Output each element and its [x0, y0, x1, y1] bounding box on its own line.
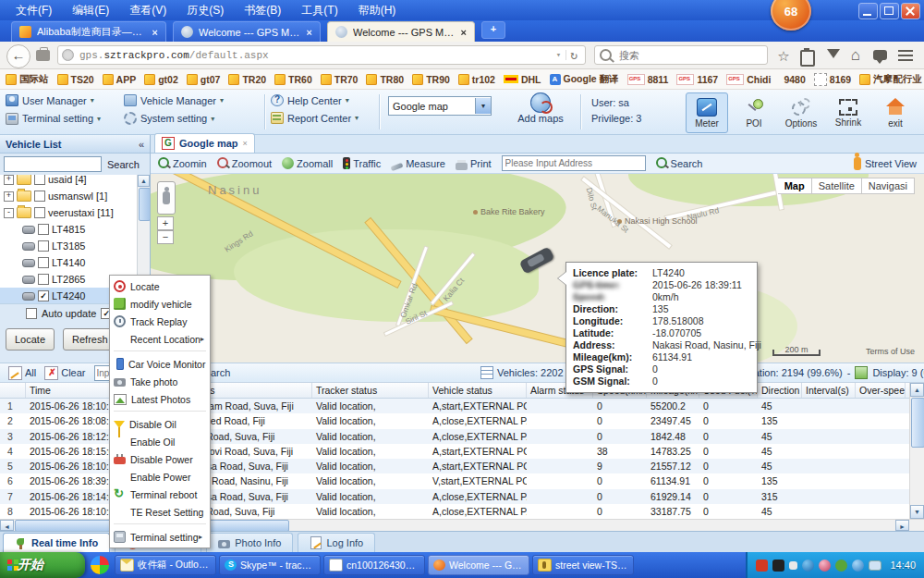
vehicle-checkbox[interactable]	[34, 175, 45, 185]
info-tab[interactable]: Log Info	[298, 533, 375, 552]
toolbar-action-button[interactable]: exit	[874, 92, 917, 133]
report-center-menu[interactable]: Report Center▾	[271, 112, 359, 124]
bookmark-star-icon[interactable]: ☆	[774, 48, 793, 65]
new-tab-button[interactable]: +	[481, 21, 505, 39]
vehicle-checkbox[interactable]	[38, 257, 49, 268]
tree-item[interactable]: - veerustaxi [11]	[0, 204, 150, 221]
context-menu-item[interactable]: TE Reset Setting	[110, 503, 210, 521]
home-icon[interactable]: ⌂	[846, 46, 865, 65]
map-terms-link[interactable]: Terms of Use	[866, 347, 915, 356]
table-header-cell[interactable]: Tracker status	[312, 383, 429, 398]
menu-item[interactable]: 历史(S)	[176, 1, 234, 20]
hamburger-menu-icon[interactable]	[898, 50, 913, 52]
bookmark-item[interactable]: 国际站	[6, 73, 49, 86]
taskbar-task-button[interactable]: street view-TS20...	[532, 555, 634, 575]
vehicle-checkbox[interactable]	[38, 224, 49, 235]
scroll-right-icon[interactable]: ►	[895, 520, 909, 531]
bookmark-item[interactable]: 8169	[814, 73, 851, 86]
map-type-button[interactable]: Satellite	[812, 178, 862, 194]
scroll-down-icon[interactable]: ▼	[910, 505, 924, 519]
minimize-button[interactable]	[858, 3, 878, 19]
tray-app-icon[interactable]	[756, 560, 768, 572]
context-menu-item[interactable]: Enable Power	[110, 468, 210, 486]
info-tab[interactable]: Real time Info	[3, 533, 110, 552]
bookmark-item[interactable]: Google 翻译	[550, 73, 619, 86]
start-button[interactable]: 开始	[0, 552, 85, 578]
downloads-icon[interactable]	[827, 49, 840, 58]
toolbar-action-button[interactable]: POI	[733, 92, 775, 133]
auto-update-checkbox[interactable]	[26, 308, 37, 319]
taskbar-task-button[interactable]: cn1001264309-Tra...	[323, 555, 425, 575]
table-header-cell[interactable]: Direction	[758, 383, 802, 398]
terminal-setting-menu[interactable]: Terminal setting▾	[6, 112, 124, 125]
scroll-left-icon[interactable]: ◄	[0, 520, 14, 531]
context-menu-item[interactable]: Track Replay	[110, 313, 210, 330]
tree-item-label[interactable]: veerustaxi [11]	[48, 207, 114, 218]
add-maps-button[interactable]: Add maps	[513, 92, 568, 124]
table-header-cell[interactable]: Interval(s)	[802, 383, 856, 398]
address-bar[interactable]: gps.sztrackpro.com/default.aspx ▾ ↻	[57, 45, 586, 65]
bookmark-item[interactable]: 汽摩配行业	[859, 73, 922, 86]
vehicle-checkbox[interactable]	[38, 240, 49, 252]
table-header-cell[interactable]	[0, 383, 26, 398]
bookmark-item[interactable]: TR70	[321, 74, 359, 85]
vehicle-search-input[interactable]	[4, 156, 102, 172]
map-tool-button[interactable]: Zoomout	[217, 157, 272, 169]
select-arrow-icon[interactable]: ▾	[475, 98, 491, 114]
scroll-up-icon[interactable]: ▲	[910, 383, 924, 397]
tab-close-icon[interactable]: ×	[152, 27, 158, 38]
tree-item-label[interactable]: usmanswl [1]	[48, 191, 107, 202]
context-menu-item[interactable]: Disable Oil	[110, 415, 210, 433]
google-map-tab[interactable]: G Google map ×	[154, 133, 255, 153]
table-vertical-scrollbar[interactable]: ▲ ▼	[909, 383, 924, 519]
street-view-button[interactable]: Street View	[854, 157, 917, 170]
bookmark-item[interactable]: 8811	[627, 74, 669, 85]
bookmark-item[interactable]: 1167	[676, 74, 718, 85]
browser-tab[interactable]: Alibaba制造商目录——供… ×	[11, 21, 166, 42]
taskbar-task-button[interactable]: 收件箱 - Outlook ..	[115, 555, 216, 575]
vehicle-checkbox[interactable]	[38, 274, 49, 285]
context-menu-item[interactable]: Terminal reboot	[110, 486, 210, 503]
tree-item-label[interactable]: LT4240	[52, 290, 86, 301]
map-search-button[interactable]: Search	[656, 157, 703, 169]
tree-item[interactable]: + usmanswl [1]	[0, 188, 150, 204]
context-menu-item[interactable]: Enable Oil	[110, 433, 210, 450]
clipboard-icon[interactable]	[800, 50, 815, 67]
browser-search-box[interactable]	[594, 45, 768, 65]
tree-item-label[interactable]: LT4815	[52, 224, 86, 235]
menu-item[interactable]: 书签(B)	[234, 1, 291, 20]
close-button[interactable]	[901, 3, 920, 19]
map-tool-button[interactable]: Zoomall	[282, 157, 333, 169]
tree-item-label[interactable]: usaid [4]	[48, 175, 87, 185]
bookmark-item[interactable]: APP	[103, 74, 137, 85]
system-setting-menu[interactable]: System setting▾	[124, 112, 262, 125]
tray-messenger-icon[interactable]	[819, 560, 831, 572]
tab-close-icon[interactable]: ×	[307, 27, 312, 38]
context-menu-item[interactable]: Locate	[110, 277, 210, 295]
map-address-input[interactable]	[502, 155, 646, 171]
map-zoom-out-button[interactable]: −	[157, 230, 174, 244]
vertical-scroll-thumb[interactable]	[911, 398, 924, 448]
context-menu-item[interactable]: modify vehicle	[110, 295, 210, 313]
street-view-pegman-control[interactable]	[157, 181, 176, 215]
bookmark-item[interactable]: TS20	[57, 74, 94, 85]
tree-item[interactable]: LT4815	[0, 221, 150, 238]
map-tool-button[interactable]: Zoomin	[158, 157, 207, 169]
context-menu-item[interactable]: Latest Photos	[110, 390, 210, 408]
map-provider-select[interactable]: Google map ▾	[388, 96, 492, 116]
restore-button[interactable]	[880, 3, 899, 19]
url-dropdown-icon[interactable]: ▾	[552, 50, 566, 60]
context-menu-item[interactable]: Recent Location ▸	[110, 330, 210, 348]
bookmark-item[interactable]: TR90	[412, 74, 450, 85]
context-menu-item[interactable]	[114, 350, 206, 352]
tree-expander-icon[interactable]: +	[4, 191, 14, 202]
chat-icon[interactable]	[873, 50, 887, 60]
select-all-button[interactable]: All	[8, 366, 36, 380]
map-type-button[interactable]: Map	[778, 178, 812, 194]
vehicle-checkbox[interactable]	[34, 207, 45, 218]
context-menu-item[interactable]	[114, 523, 206, 525]
context-menu-item[interactable]: Disable Power	[110, 450, 210, 468]
clear-button[interactable]: Clear	[44, 366, 85, 380]
browser-tab[interactable]: Welcome --- GPS Monitor Cen… ×	[327, 21, 475, 42]
search-input[interactable]	[617, 49, 762, 62]
